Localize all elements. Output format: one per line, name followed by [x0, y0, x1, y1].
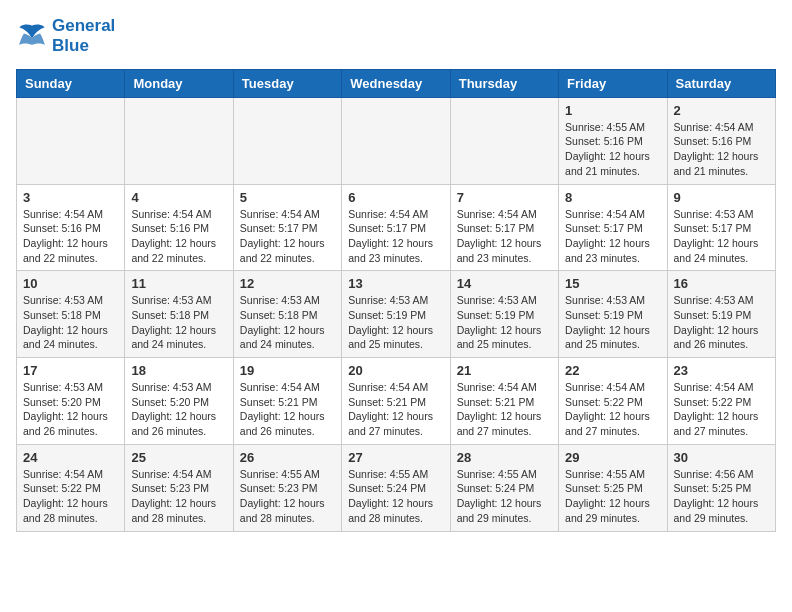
logo-text: General Blue [52, 16, 115, 57]
day-number: 5 [240, 190, 335, 205]
day-number: 2 [674, 103, 769, 118]
calendar-cell: 16Sunrise: 4:53 AMSunset: 5:19 PMDayligh… [667, 271, 775, 358]
day-number: 18 [131, 363, 226, 378]
calendar-cell: 13Sunrise: 4:53 AMSunset: 5:19 PMDayligh… [342, 271, 450, 358]
day-info: Sunrise: 4:54 AMSunset: 5:16 PMDaylight:… [131, 207, 226, 266]
calendar-week-row: 17Sunrise: 4:53 AMSunset: 5:20 PMDayligh… [17, 358, 776, 445]
calendar-cell: 27Sunrise: 4:55 AMSunset: 5:24 PMDayligh… [342, 444, 450, 531]
calendar-cell: 24Sunrise: 4:54 AMSunset: 5:22 PMDayligh… [17, 444, 125, 531]
day-number: 20 [348, 363, 443, 378]
calendar-cell: 15Sunrise: 4:53 AMSunset: 5:19 PMDayligh… [559, 271, 667, 358]
day-info: Sunrise: 4:53 AMSunset: 5:18 PMDaylight:… [23, 293, 118, 352]
weekday-header-sunday: Sunday [17, 69, 125, 97]
day-number: 10 [23, 276, 118, 291]
calendar-cell: 11Sunrise: 4:53 AMSunset: 5:18 PMDayligh… [125, 271, 233, 358]
calendar-cell: 12Sunrise: 4:53 AMSunset: 5:18 PMDayligh… [233, 271, 341, 358]
calendar-cell: 6Sunrise: 4:54 AMSunset: 5:17 PMDaylight… [342, 184, 450, 271]
calendar-cell: 2Sunrise: 4:54 AMSunset: 5:16 PMDaylight… [667, 97, 775, 184]
day-info: Sunrise: 4:54 AMSunset: 5:17 PMDaylight:… [457, 207, 552, 266]
day-info: Sunrise: 4:55 AMSunset: 5:24 PMDaylight:… [457, 467, 552, 526]
day-info: Sunrise: 4:54 AMSunset: 5:21 PMDaylight:… [457, 380, 552, 439]
calendar-cell: 23Sunrise: 4:54 AMSunset: 5:22 PMDayligh… [667, 358, 775, 445]
calendar-cell: 18Sunrise: 4:53 AMSunset: 5:20 PMDayligh… [125, 358, 233, 445]
day-info: Sunrise: 4:53 AMSunset: 5:19 PMDaylight:… [565, 293, 660, 352]
day-info: Sunrise: 4:54 AMSunset: 5:16 PMDaylight:… [674, 120, 769, 179]
day-number: 8 [565, 190, 660, 205]
day-info: Sunrise: 4:54 AMSunset: 5:17 PMDaylight:… [565, 207, 660, 266]
day-number: 7 [457, 190, 552, 205]
calendar-cell: 19Sunrise: 4:54 AMSunset: 5:21 PMDayligh… [233, 358, 341, 445]
calendar-cell [342, 97, 450, 184]
logo-bird-icon [16, 22, 48, 50]
weekday-header-saturday: Saturday [667, 69, 775, 97]
calendar-cell: 3Sunrise: 4:54 AMSunset: 5:16 PMDaylight… [17, 184, 125, 271]
day-info: Sunrise: 4:55 AMSunset: 5:24 PMDaylight:… [348, 467, 443, 526]
calendar-cell [450, 97, 558, 184]
day-info: Sunrise: 4:53 AMSunset: 5:17 PMDaylight:… [674, 207, 769, 266]
day-number: 17 [23, 363, 118, 378]
day-info: Sunrise: 4:54 AMSunset: 5:21 PMDaylight:… [348, 380, 443, 439]
calendar-cell: 22Sunrise: 4:54 AMSunset: 5:22 PMDayligh… [559, 358, 667, 445]
calendar-table: SundayMondayTuesdayWednesdayThursdayFrid… [16, 69, 776, 532]
weekday-header-wednesday: Wednesday [342, 69, 450, 97]
weekday-header-tuesday: Tuesday [233, 69, 341, 97]
calendar-cell [17, 97, 125, 184]
calendar-week-row: 3Sunrise: 4:54 AMSunset: 5:16 PMDaylight… [17, 184, 776, 271]
day-number: 11 [131, 276, 226, 291]
calendar-cell: 28Sunrise: 4:55 AMSunset: 5:24 PMDayligh… [450, 444, 558, 531]
day-info: Sunrise: 4:54 AMSunset: 5:16 PMDaylight:… [23, 207, 118, 266]
day-info: Sunrise: 4:54 AMSunset: 5:22 PMDaylight:… [23, 467, 118, 526]
day-number: 24 [23, 450, 118, 465]
calendar-cell: 14Sunrise: 4:53 AMSunset: 5:19 PMDayligh… [450, 271, 558, 358]
calendar-cell: 4Sunrise: 4:54 AMSunset: 5:16 PMDaylight… [125, 184, 233, 271]
day-number: 1 [565, 103, 660, 118]
calendar-cell: 25Sunrise: 4:54 AMSunset: 5:23 PMDayligh… [125, 444, 233, 531]
calendar-cell: 30Sunrise: 4:56 AMSunset: 5:25 PMDayligh… [667, 444, 775, 531]
weekday-header-friday: Friday [559, 69, 667, 97]
calendar-cell: 5Sunrise: 4:54 AMSunset: 5:17 PMDaylight… [233, 184, 341, 271]
day-number: 22 [565, 363, 660, 378]
day-number: 19 [240, 363, 335, 378]
day-number: 4 [131, 190, 226, 205]
day-info: Sunrise: 4:54 AMSunset: 5:21 PMDaylight:… [240, 380, 335, 439]
calendar-cell: 9Sunrise: 4:53 AMSunset: 5:17 PMDaylight… [667, 184, 775, 271]
calendar-cell: 8Sunrise: 4:54 AMSunset: 5:17 PMDaylight… [559, 184, 667, 271]
day-number: 30 [674, 450, 769, 465]
day-info: Sunrise: 4:53 AMSunset: 5:18 PMDaylight:… [131, 293, 226, 352]
day-info: Sunrise: 4:53 AMSunset: 5:18 PMDaylight:… [240, 293, 335, 352]
day-number: 14 [457, 276, 552, 291]
day-number: 26 [240, 450, 335, 465]
calendar-cell: 10Sunrise: 4:53 AMSunset: 5:18 PMDayligh… [17, 271, 125, 358]
day-info: Sunrise: 4:54 AMSunset: 5:23 PMDaylight:… [131, 467, 226, 526]
day-number: 25 [131, 450, 226, 465]
day-info: Sunrise: 4:53 AMSunset: 5:19 PMDaylight:… [348, 293, 443, 352]
day-info: Sunrise: 4:53 AMSunset: 5:19 PMDaylight:… [674, 293, 769, 352]
page-header: General Blue [16, 16, 776, 57]
day-info: Sunrise: 4:53 AMSunset: 5:19 PMDaylight:… [457, 293, 552, 352]
day-number: 6 [348, 190, 443, 205]
logo: General Blue [16, 16, 115, 57]
calendar-week-row: 1Sunrise: 4:55 AMSunset: 5:16 PMDaylight… [17, 97, 776, 184]
day-info: Sunrise: 4:54 AMSunset: 5:17 PMDaylight:… [348, 207, 443, 266]
day-number: 12 [240, 276, 335, 291]
day-info: Sunrise: 4:55 AMSunset: 5:16 PMDaylight:… [565, 120, 660, 179]
day-info: Sunrise: 4:55 AMSunset: 5:25 PMDaylight:… [565, 467, 660, 526]
day-info: Sunrise: 4:53 AMSunset: 5:20 PMDaylight:… [131, 380, 226, 439]
day-number: 3 [23, 190, 118, 205]
calendar-header-row: SundayMondayTuesdayWednesdayThursdayFrid… [17, 69, 776, 97]
weekday-header-thursday: Thursday [450, 69, 558, 97]
calendar-week-row: 24Sunrise: 4:54 AMSunset: 5:22 PMDayligh… [17, 444, 776, 531]
calendar-week-row: 10Sunrise: 4:53 AMSunset: 5:18 PMDayligh… [17, 271, 776, 358]
day-number: 15 [565, 276, 660, 291]
day-number: 29 [565, 450, 660, 465]
day-number: 16 [674, 276, 769, 291]
calendar-cell: 21Sunrise: 4:54 AMSunset: 5:21 PMDayligh… [450, 358, 558, 445]
day-number: 28 [457, 450, 552, 465]
day-number: 21 [457, 363, 552, 378]
day-info: Sunrise: 4:54 AMSunset: 5:17 PMDaylight:… [240, 207, 335, 266]
calendar-cell: 20Sunrise: 4:54 AMSunset: 5:21 PMDayligh… [342, 358, 450, 445]
day-number: 27 [348, 450, 443, 465]
day-number: 9 [674, 190, 769, 205]
day-info: Sunrise: 4:56 AMSunset: 5:25 PMDaylight:… [674, 467, 769, 526]
weekday-header-monday: Monday [125, 69, 233, 97]
